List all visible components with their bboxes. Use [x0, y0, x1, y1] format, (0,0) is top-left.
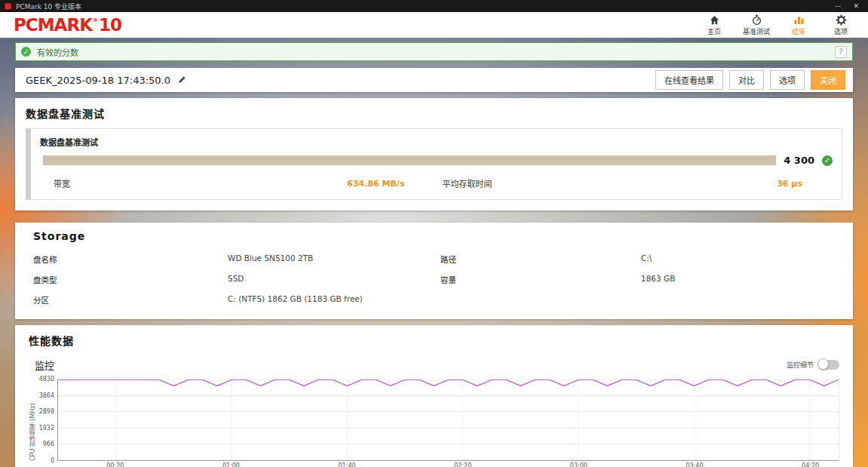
- metric-bandwidth-label: 带宽: [54, 177, 70, 189]
- close-window-button[interactable]: ✕: [853, 2, 859, 10]
- stopwatch-icon: [751, 14, 762, 26]
- monitor-chart-svg: [58, 379, 839, 460]
- help-button[interactable]: ?: [835, 46, 847, 58]
- x-tick-label: 03:00: [570, 462, 587, 467]
- y-axis-title: CPU 时钟频率 (MHz): [29, 379, 37, 461]
- bar-chart-icon: [793, 14, 805, 26]
- gear-icon: [836, 14, 847, 26]
- monitor-detail-label: 监控细节: [787, 360, 814, 370]
- y-tick-label: 1932: [39, 426, 54, 432]
- benchmark-card-title: 数据盘基准测试: [40, 136, 833, 148]
- page-content: ✓ 有效的分数 ? GEEK_2025-09-18 17:43:50.0 在线查…: [0, 38, 868, 467]
- benchmark-result-card: 数据盘基准测试 4 300 ✓ 带宽 634.86 MB/s 平均存取时间 36…: [26, 128, 842, 200]
- y-tick-label: 0: [51, 458, 54, 464]
- y-tick-label: 2898: [39, 409, 54, 415]
- view-online-button[interactable]: 在线查看结果: [655, 70, 723, 90]
- partition-value: C: (NTFS) 1862 GB (1183 GB free): [228, 294, 440, 306]
- score-value: 4 300: [784, 155, 814, 166]
- drive-type-label: 盘类型: [33, 274, 228, 285]
- capacity-value: 1863 GB: [641, 274, 835, 285]
- y-tick-label: 966: [43, 441, 54, 447]
- storage-details: 盘名称 WD Blue SN5100 2TB 路径 C:\ 盘类型 SSD 容量…: [33, 249, 835, 310]
- monitor-chart: CPU 时钟频率 (MHz) 48303864289819329660 00:2…: [29, 379, 839, 467]
- score-bar: [43, 155, 776, 165]
- x-tick-label: 01:00: [222, 462, 240, 467]
- x-tick-label: 02:20: [454, 462, 471, 467]
- nav-home[interactable]: 主页: [699, 14, 729, 36]
- x-tick-label: 01:40: [339, 462, 356, 467]
- metric-access-time-label: 平均存取时间: [442, 177, 492, 189]
- result-header: GEEK_2025-09-18 17:43:50.0 在线查看结果 对比 选项 …: [15, 68, 853, 92]
- performance-section: 性能数据 监控 监控细节 CPU 时钟频率 (MHz) 483038642898…: [15, 325, 853, 467]
- storage-section-title: Storage: [33, 230, 835, 242]
- drive-name-label: 盘名称: [33, 253, 228, 265]
- metric-access-time-value: 36 µs: [777, 179, 802, 189]
- nav-results[interactable]: 结果: [784, 14, 814, 36]
- x-tick-label: 00:20: [106, 462, 124, 467]
- x-axis-labels: 00:2001:0001:4002:2003:0003:4004:20: [57, 462, 839, 467]
- window-title: PCMark 10 专业版本: [16, 2, 81, 11]
- nav-options-label: 选项: [834, 26, 848, 36]
- main-nav: 主页 基准测试 结果 选项: [699, 14, 856, 36]
- storage-section: Storage 盘名称 WD Blue SN5100 2TB 路径 C:\ 盘类…: [15, 223, 853, 319]
- drive-name-value: WD Blue SN5100 2TB: [228, 253, 440, 265]
- nav-benchmarks-label: 基准测试: [743, 26, 770, 36]
- edit-title-button[interactable]: [177, 75, 186, 84]
- close-result-button[interactable]: 关闭: [811, 70, 845, 90]
- monitor-detail-toggle[interactable]: [818, 360, 839, 370]
- nav-home-label: 主页: [707, 26, 721, 36]
- nav-results-label: 结果: [792, 26, 805, 36]
- result-title: GEEK_2025-09-18 17:43:50.0: [26, 75, 170, 86]
- valid-score-text: 有效的分数: [37, 46, 78, 58]
- benchmark-section: 数据盘基准测试 数据盘基准测试 4 300 ✓ 带宽 634.86 MB/s 平…: [15, 98, 853, 210]
- storage-row: 分区 C: (NTFS) 1862 GB (1183 GB free): [33, 290, 835, 310]
- storage-row: 盘类型 SSD 容量 1863 GB: [33, 269, 835, 290]
- path-value: C:\: [641, 253, 835, 265]
- compare-button[interactable]: 对比: [729, 70, 764, 90]
- home-icon: [709, 14, 720, 26]
- nav-benchmarks[interactable]: 基准测试: [741, 14, 771, 36]
- storage-row: 盘名称 WD Blue SN5100 2TB 路径 C:\: [33, 249, 835, 269]
- app-icon: [5, 3, 11, 10]
- nav-options[interactable]: 选项: [826, 14, 856, 36]
- x-tick-label: 04:20: [802, 462, 819, 467]
- logo-text: PCMARK: [14, 17, 92, 34]
- capacity-label: 容量: [440, 274, 641, 285]
- partition-label: 分区: [33, 294, 228, 306]
- pencil-icon: [177, 75, 186, 84]
- path-label: 路径: [440, 253, 641, 265]
- performance-section-title: 性能数据: [29, 333, 839, 348]
- registered-mark: ®: [93, 17, 98, 23]
- benchmark-section-title: 数据盘基准测试: [26, 106, 842, 121]
- minimize-button[interactable]: —: [834, 2, 841, 10]
- options-button[interactable]: 选项: [770, 70, 805, 90]
- window-titlebar: PCMark 10 专业版本 — ✕: [0, 0, 868, 12]
- logo-number: 10: [99, 17, 121, 34]
- pcmark-logo: PCMARK ® 10: [14, 17, 121, 34]
- x-tick-label: 03:40: [686, 462, 703, 467]
- score-valid-icon: ✓: [822, 155, 833, 166]
- y-tick-label: 3864: [39, 393, 54, 399]
- monitor-title: 监控: [35, 358, 54, 372]
- app-header: PCMARK ® 10 主页 基准测试 结果: [0, 12, 868, 38]
- score-bar-fill: [43, 155, 776, 165]
- y-tick-label: 4830: [39, 376, 54, 383]
- y-axis-labels: 48303864289819329660: [37, 379, 57, 461]
- drive-type-value: SSD: [228, 274, 440, 285]
- metric-bandwidth-value: 634.86 MB/s: [347, 179, 404, 189]
- toggle-knob: [817, 358, 829, 370]
- valid-score-banner: ✓ 有效的分数 ?: [15, 42, 853, 61]
- check-circle-icon: ✓: [21, 47, 31, 57]
- chart-plot-area: [57, 379, 839, 461]
